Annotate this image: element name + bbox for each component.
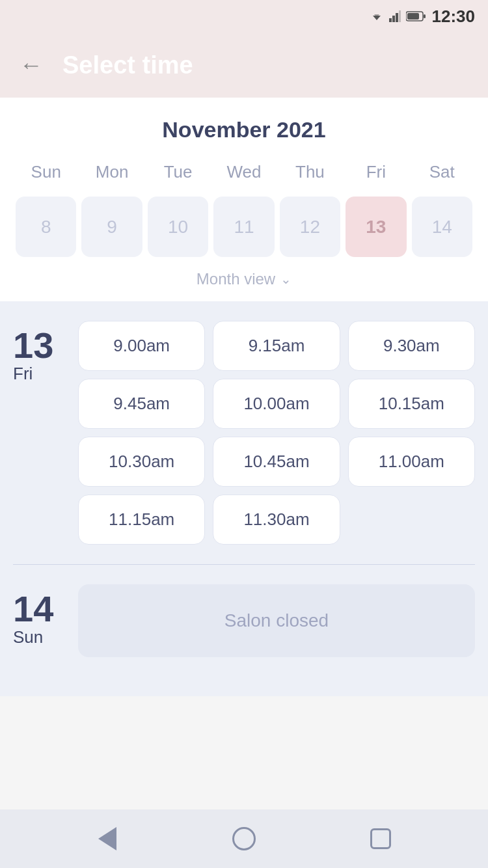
day-block-13: 13 Fri 9.00am 9.15am 9.30am 9.45am 10.00… bbox=[13, 321, 475, 545]
divider bbox=[13, 564, 475, 565]
svg-rect-2 bbox=[389, 18, 392, 22]
app-header: ← Select time bbox=[0, 33, 488, 98]
day-header-thu: Thu bbox=[277, 158, 343, 186]
day-label-14: 14 Sun bbox=[13, 584, 65, 657]
salon-closed-block: Salon closed bbox=[78, 584, 475, 657]
status-time: 12:30 bbox=[432, 7, 476, 27]
svg-rect-5 bbox=[399, 10, 401, 22]
battery-icon bbox=[406, 11, 426, 21]
slot-930am[interactable]: 9.30am bbox=[348, 321, 475, 371]
wifi-icon bbox=[370, 11, 384, 21]
cal-day-14[interactable]: 14 bbox=[412, 197, 472, 257]
day-header-sun: Sun bbox=[13, 158, 79, 186]
status-icons bbox=[370, 10, 426, 22]
calendar-row: 8 9 10 11 12 13 14 bbox=[13, 193, 475, 261]
slot-1000am[interactable]: 10.00am bbox=[213, 379, 340, 429]
day-header-fri: Fri bbox=[343, 158, 409, 186]
bottom-nav bbox=[0, 809, 488, 868]
day-header-sat: Sat bbox=[409, 158, 475, 186]
calendar-section: November 2021 Sun Mon Tue Wed Thu Fri Sa… bbox=[0, 98, 488, 301]
cal-day-12[interactable]: 12 bbox=[280, 197, 340, 257]
back-button[interactable]: ← bbox=[20, 51, 43, 79]
slots-grid-13: 9.00am 9.15am 9.30am 9.45am 10.00am 10.1… bbox=[78, 321, 475, 545]
home-circle-icon bbox=[232, 827, 256, 850]
day-number-13: 13 bbox=[13, 327, 53, 364]
cal-day-9[interactable]: 9 bbox=[81, 197, 142, 257]
day-headers: Sun Mon Tue Wed Thu Fri Sat bbox=[13, 158, 475, 186]
signal-icon bbox=[389, 10, 401, 22]
nav-recents-button[interactable] bbox=[364, 822, 397, 855]
svg-rect-8 bbox=[407, 13, 419, 20]
day-header-mon: Mon bbox=[79, 158, 144, 186]
page-title: Select time bbox=[62, 51, 193, 79]
cal-day-11[interactable]: 11 bbox=[213, 197, 274, 257]
svg-rect-7 bbox=[424, 14, 426, 18]
slot-1045am[interactable]: 10.45am bbox=[213, 437, 340, 487]
status-bar: 12:30 bbox=[0, 0, 488, 33]
slot-915am[interactable]: 9.15am bbox=[213, 321, 340, 371]
day-header-wed: Wed bbox=[211, 158, 277, 186]
slot-1030am[interactable]: 10.30am bbox=[78, 437, 205, 487]
cal-day-13[interactable]: 13 bbox=[346, 197, 406, 257]
day-number-14: 14 bbox=[13, 591, 53, 627]
month-view-toggle[interactable]: Month view ⌄ bbox=[13, 270, 475, 288]
svg-rect-4 bbox=[396, 13, 398, 22]
slots-section: 13 Fri 9.00am 9.15am 9.30am 9.45am 10.00… bbox=[0, 301, 488, 696]
back-triangle-icon bbox=[98, 827, 116, 850]
month-view-label: Month view bbox=[197, 270, 275, 288]
slot-1130am[interactable]: 11.30am bbox=[213, 495, 340, 545]
slot-945am[interactable]: 9.45am bbox=[78, 379, 205, 429]
cal-day-10[interactable]: 10 bbox=[148, 197, 208, 257]
slot-1015am[interactable]: 10.15am bbox=[348, 379, 475, 429]
recents-square-icon bbox=[370, 828, 391, 849]
day-name-14: Sun bbox=[13, 627, 43, 647]
day-block-14: 14 Sun Salon closed bbox=[13, 584, 475, 657]
chevron-down-icon: ⌄ bbox=[280, 271, 291, 287]
day-name-13: Fri bbox=[13, 364, 33, 384]
slot-1115am[interactable]: 11.15am bbox=[78, 495, 205, 545]
salon-closed-label: Salon closed bbox=[224, 610, 329, 631]
cal-day-8[interactable]: 8 bbox=[16, 197, 76, 257]
day-label-13: 13 Fri bbox=[13, 321, 65, 545]
day-header-tue: Tue bbox=[145, 158, 211, 186]
slot-1100am[interactable]: 11.00am bbox=[348, 437, 475, 487]
nav-back-button[interactable] bbox=[91, 822, 124, 855]
svg-rect-3 bbox=[392, 16, 395, 22]
slot-900am[interactable]: 9.00am bbox=[78, 321, 205, 371]
month-year-label: November 2021 bbox=[13, 117, 475, 142]
nav-home-button[interactable] bbox=[228, 822, 260, 855]
